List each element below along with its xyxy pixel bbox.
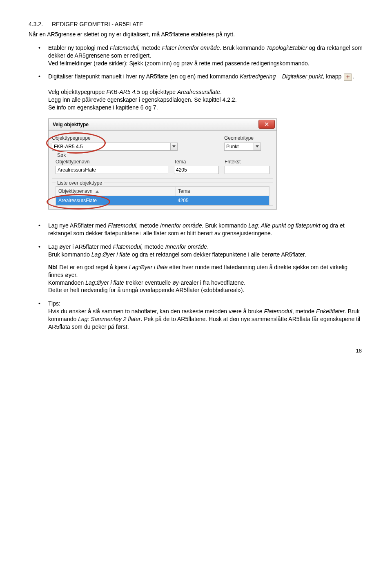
geomtype-label: Geometritype [224,135,273,141]
sok-fieldset: Søk Objekttypenavn Tema Fritekst [52,155,273,179]
liste-legend: Liste over objekttype [56,180,104,186]
col-header-tema[interactable]: Tema [176,187,269,196]
group-label: Objekttypegruppe [52,135,218,141]
geometritype-value: Punkt [224,143,254,151]
tips-label: Tips: [48,300,60,307]
fritekst-input[interactable] [225,166,270,174]
close-button[interactable] [258,120,275,129]
liste-fieldset: Liste over objekttype Objekttypenavn Tem… [52,183,273,206]
objekttypegruppe-combo[interactable]: FKB-AR5 4.5 [52,143,218,151]
chevron-down-icon [256,145,259,148]
tema-label: Tema [174,158,219,165]
tema-input[interactable] [174,166,219,174]
bullet-list-bottom: Lag nye AR5flater med Flatemodul, metode… [29,222,363,331]
row-navn: ArealressursFlate [56,196,175,205]
dropdown-button[interactable] [170,143,178,151]
heading-title: REDIGER GEOMETRI - AR5FLATE [52,21,143,27]
objekttypegruppe-value: FKB-AR5 4.5 [52,143,170,151]
navn-label: Objekttypenavn [56,158,168,165]
dialog-titlebar: Velg objekttype [49,119,276,131]
dropdown-button[interactable] [254,143,261,151]
dialog-window: Velg objekttype Objekttypegruppe FKB-AR5… [48,118,277,210]
section-heading: 4.3.2. REDIGER GEOMETRI - AR5FLATE [29,20,363,28]
list-item: Lag nye AR5flater med Flatemodul, metode… [29,222,363,237]
table-row[interactable]: ArealressursFlate 4205 [56,196,270,205]
list-header: Objekttypenavn Tema [56,186,270,196]
heading-number: 4.3.2. [29,20,43,28]
dialog-title: Velg objekttype [53,121,89,128]
nb-label: Nb! [48,264,58,270]
sok-legend: Søk [56,152,67,158]
page-number: 18 [29,347,363,355]
objekttypenavn-input[interactable] [56,166,168,174]
dialog-screenshot: Velg objekttype Objekttypegruppe FKB-AR5… [48,118,277,210]
mid-instructions: Velg objekttypegruppe FKB-AR5 4.5 og obj… [29,88,363,112]
list-item: Lag øyer i AR5flater med Flatemodul, met… [29,243,363,294]
intro-text: Når en AR5grense er slettet og ny er dig… [29,31,363,38]
list-item: Tips: Hvis du ønsker å slå sammen to nab… [29,300,363,331]
col-header-navn[interactable]: Objekttypenavn [56,187,176,196]
plus-icon: + [344,74,352,81]
list-item: Digitaliser flatepunkt manuelt i hver ny… [29,73,363,80]
sort-asc-icon [96,188,99,194]
bullet-list-top: Etabler ny topologi med Flatemodul, meto… [29,44,363,81]
row-tema: 4205 [175,196,269,205]
close-icon [265,122,269,126]
geometritype-combo[interactable]: Punkt [224,143,273,151]
chevron-down-icon [172,145,176,148]
fritekst-label: Fritekst [225,158,270,165]
list-item: Etabler ny topologi med Flatemodul, meto… [29,44,363,67]
